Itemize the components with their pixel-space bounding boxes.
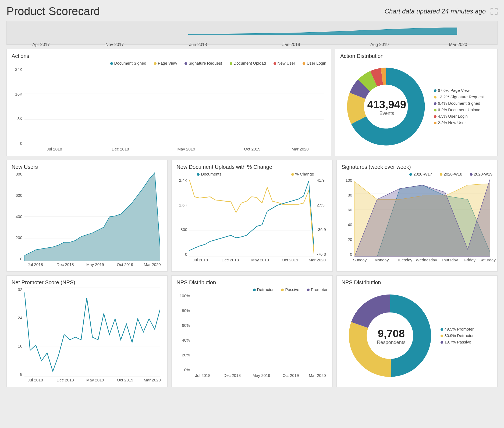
nps-donut-chart[interactable]: 9,708 Respondents 49.5% Promoter30.9% De… — [342, 287, 492, 384]
fullscreen-icon[interactable] — [491, 8, 498, 15]
updated-text: Chart data updated 24 minutes ago — [385, 8, 486, 15]
uploads-legend: Documents% Change — [176, 172, 327, 176]
x-axis: Jul 2018Dec 2018May 2019Oct 2019Mar 2020 — [192, 373, 325, 380]
plot-area — [192, 293, 325, 372]
donut-legend: 49.5% Promoter30.9% Detractor19.7% Passi… — [441, 326, 474, 345]
actions-chart[interactable]: 24K16K8K0 Jul 2018Dec 2018May 2019Oct 20… — [12, 67, 326, 153]
panel-title: New Users — [12, 164, 162, 170]
panel-title: Action Distribution — [340, 53, 492, 59]
nps-stacked-legend: DetractorPassivePromoter — [176, 287, 327, 292]
panel-uploads: New Document Uploads with % Change Docum… — [171, 160, 332, 272]
y-axis: 24K16K8K0 — [12, 67, 22, 146]
panel-new-users: New Users 8006004002000 Jul 2018Dec 2018… — [6, 160, 168, 272]
panel-title: Net Promoter Score (NPS) — [12, 279, 162, 286]
panel-title: New Document Uploads with % Change — [176, 164, 327, 170]
center-value: 413,949 — [367, 99, 407, 111]
panel-title: Actions — [12, 53, 326, 59]
plot-area — [24, 172, 160, 261]
x-axis: Jul 2018Dec 2018May 2019Oct 2019Mar 2020 — [189, 258, 325, 264]
panel-nps: Net Promoter Score (NPS) 3224168 Jul 201… — [6, 275, 168, 387]
timeline-scrubber[interactable]: Apr 2017Nov 2017Jun 2018Jan 2019Aug 2019… — [6, 21, 498, 45]
center-label: Events — [367, 111, 407, 116]
panel-title: NPS Distribution — [342, 279, 492, 286]
panel-title: Signatures (week over week) — [342, 164, 492, 170]
plot-area — [354, 178, 490, 257]
timeline-sparkline — [188, 27, 457, 35]
panel-nps-donut: NPS Distribution 9,708 Respondents 49.5%… — [336, 275, 498, 387]
y-axis-right: 41.92.53-36.9-76.3 — [317, 178, 328, 257]
panel-nps-stacked: NPS Distribution DetractorPassivePromote… — [171, 275, 332, 387]
action-dist-chart[interactable]: 413,949 Events 67.6% Page View13.2% Sign… — [340, 61, 492, 152]
donut-legend: 67.6% Page View13.2% Signature Request6.… — [434, 87, 484, 126]
panel-title: NPS Distribution — [176, 279, 327, 286]
uploads-chart[interactable]: 2.4K1.6K8000 41.92.53-36.9-76.3 Jul 2018… — [176, 178, 327, 264]
panel-actions: Actions Document SignedPage ViewSignatur… — [6, 49, 331, 156]
panel-signatures: Signatures (week over week) 2020-W172020… — [336, 160, 498, 272]
actions-legend: Document SignedPage ViewSignature Reques… — [12, 61, 326, 65]
nps-chart[interactable]: 3224168 Jul 2018Dec 2018May 2019Oct 2019… — [12, 287, 162, 384]
page-title: Product Scorecard — [6, 5, 100, 18]
y-axis: 100%80%60%40%20%0% — [176, 293, 190, 372]
center-label: Respondents — [374, 340, 409, 345]
signatures-chart[interactable]: 100806040200 SundayMondayTuesdayWednesda… — [342, 178, 492, 264]
donut-center: 9,708 Respondents — [374, 328, 409, 345]
center-value: 9,708 — [374, 328, 409, 340]
header: Product Scorecard Chart data updated 24 … — [6, 5, 498, 18]
y-axis: 3224168 — [12, 287, 22, 377]
plot-area — [24, 67, 324, 146]
nps-stacked-chart[interactable]: 100%80%60%40%20%0% Jul 2018Dec 2018May 2… — [176, 293, 327, 380]
y-axis-left: 2.4K1.6K8000 — [176, 178, 187, 257]
x-axis: SundayMondayTuesdayWednesdayThursdayFrid… — [354, 258, 490, 264]
donut-center: 413,949 Events — [367, 99, 407, 116]
x-axis: Jul 2018Dec 2018May 2019Oct 2019Mar 2020 — [24, 378, 160, 384]
y-axis: 8006004002000 — [12, 172, 22, 261]
x-axis: Jul 2018Dec 2018May 2019Oct 2019Mar 2020 — [24, 147, 324, 153]
panel-action-dist: Action Distribution 413,949 Events 67.6%… — [335, 49, 498, 156]
y-axis: 100806040200 — [342, 178, 352, 257]
header-right: Chart data updated 24 minutes ago — [385, 8, 498, 15]
new-users-chart[interactable]: 8006004002000 Jul 2018Dec 2018May 2019Oc… — [12, 172, 162, 269]
signatures-legend: 2020-W172020-W182020-W19 — [342, 172, 492, 176]
plot-area — [189, 178, 314, 257]
x-axis: Jul 2018Dec 2018May 2019Oct 2019Mar 2020 — [24, 262, 160, 269]
plot-area — [24, 287, 160, 377]
